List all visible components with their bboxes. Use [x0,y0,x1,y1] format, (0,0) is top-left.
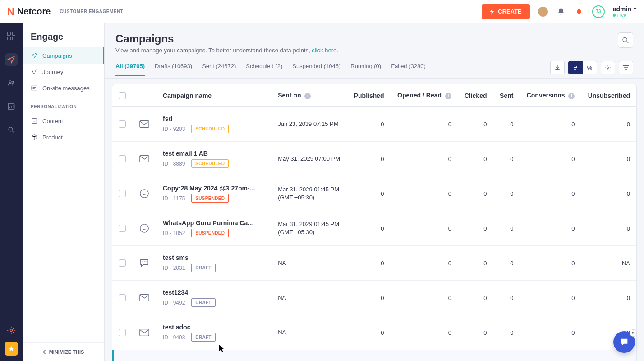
campaign-name: test email 1 AB [163,150,258,157]
rail-reports[interactable] [5,100,18,113]
campaign-id: ID - 9492 [163,300,185,306]
svg-rect-0 [7,32,10,35]
sidebar-item-product[interactable]: Product [23,129,104,145]
create-button[interactable]: CREATE [482,4,529,19]
table-row[interactable]: test1234ID - 9492DRAFTNA000000 [112,281,636,315]
avatar-icon[interactable] [538,7,548,17]
whatsapp-icon [138,222,150,234]
sidebar-item-journey[interactable]: Journey [23,64,104,80]
lightning-icon [490,9,494,15]
rail-contacts[interactable] [5,77,18,89]
col-campaign-name[interactable]: Campaign name [156,84,271,107]
conversions-value: 3 [520,350,581,361]
sent-value: 0 [493,176,520,211]
campaign-name: test adoc [163,324,258,331]
nav-label: Content [42,118,63,125]
bell-icon[interactable] [556,7,566,17]
logo-icon: N [7,6,14,18]
percent-toggle[interactable]: % [583,61,597,74]
info-icon[interactable]: i [568,93,575,99]
status-badge: DRAFT [191,298,215,307]
table-row[interactable]: fsdID - 9203SCHEDULEDJun 23, 2039 07:15 … [112,107,636,142]
row-checkbox[interactable] [119,190,126,197]
page-title: Campaigns [115,32,338,45]
user-name-label: admin [613,5,631,13]
sent-on-value: NA [278,329,341,337]
opened-value: 0 [391,211,458,246]
svg-rect-3 [12,37,15,40]
chat-close-button[interactable]: ✕ [630,329,637,337]
product-tag: CUSTOMER ENGAGEMENT [60,9,123,14]
rail-dashboard[interactable] [5,30,18,42]
download-icon [554,65,561,71]
score-badge[interactable]: 73 [592,5,605,18]
col-sent-on[interactable]: Sent on i [271,84,347,107]
col-unsubscribed[interactable]: Unsubscribed [581,84,636,107]
chat-fab[interactable]: ✕ [613,331,635,353]
unsub-value: 0 [581,281,636,315]
logo[interactable]: N Netcore [7,6,51,18]
minimize-button[interactable]: MINIMIZE THIS [23,342,104,361]
row-checkbox[interactable] [119,259,126,267]
settings-button[interactable] [601,61,615,74]
count-toggle[interactable]: # [568,61,583,74]
info-icon[interactable]: i [445,93,451,99]
sidebar-item-content[interactable]: Content [23,113,104,129]
sent-on-value: NA [278,294,341,302]
tab-running[interactable]: Running (0) [350,63,381,76]
row-checkbox[interactable] [119,155,126,162]
sent-on-value: May 31, 2029 07:00 PM [278,155,341,163]
row-checkbox[interactable] [119,294,126,301]
row-checkbox[interactable] [119,225,126,232]
tab-drafts[interactable]: Drafts (10693) [155,63,192,76]
row-checkbox[interactable] [119,120,126,128]
nav-icon [31,117,38,125]
select-all-checkbox[interactable] [119,92,126,99]
table-row[interactable]: test email 1 ABID - 8889SCHEDULEDMay 31,… [112,142,636,176]
tab-sent[interactable]: Sent (24672) [202,63,236,76]
filter-button[interactable] [619,61,633,74]
nav-label: Campaigns [42,52,72,59]
svg-rect-14 [140,156,149,162]
info-icon[interactable]: i [304,93,311,99]
sms-icon [138,257,150,269]
search-button[interactable] [618,32,633,48]
campaign-id: ID - 1175 [163,195,185,202]
rail-star[interactable] [5,342,18,356]
campaign-name: test1234 [163,289,258,296]
download-button[interactable] [550,61,565,74]
status-badge: DRAFT [191,333,215,342]
col-sent[interactable]: Sent [493,84,520,107]
tab-scheduled[interactable]: Scheduled (2) [246,63,282,76]
tab-suspended[interactable]: Suspended (1046) [292,63,340,76]
campaign-name: sto campaign old check [163,360,235,361]
table-row[interactable]: WhatsApp Guru Purnima Camp...ID - 1052SU… [112,211,636,246]
rail-settings[interactable] [5,324,18,337]
nav-icon [31,84,38,92]
sidebar-item-campaigns[interactable]: Campaigns [23,47,104,64]
chat-icon [619,337,629,347]
table-row[interactable]: sto campaign old check⋮Jul 24, 2024 11:1… [112,350,636,361]
col-conversions[interactable]: Conversions i [520,84,581,107]
row-checkbox[interactable] [119,329,126,336]
table-row[interactable]: Copy:28 May 2024 @3:27pm-...ID - 1175SUS… [112,176,636,211]
clicked-value: 0 [458,176,493,211]
col-clicked[interactable]: Clicked [458,84,493,107]
svg-point-4 [9,81,12,83]
table-row[interactable]: test smsID - 2031DRAFTNA00000NA [112,246,636,281]
gear-icon [605,65,611,71]
svg-point-11 [623,37,627,42]
help-link[interactable]: click here. [312,47,338,54]
opened-value: 0 [391,176,458,211]
sidebar-item-on-site-messages[interactable]: On-site messages [23,80,104,96]
tab-failed[interactable]: Failed (3280) [391,63,426,76]
user-menu[interactable]: admin Live [613,5,637,18]
rail-engage[interactable] [5,53,18,66]
sent-value: 0 [493,315,520,350]
col-opened[interactable]: Opened / Read i [391,84,458,107]
rail-search[interactable] [5,124,18,136]
table-row[interactable]: test adocID - 9493DRAFTNA000000 [112,315,636,350]
tab-all[interactable]: All (39705) [115,63,145,76]
flame-icon[interactable] [574,7,584,17]
col-published[interactable]: Published [347,84,391,107]
